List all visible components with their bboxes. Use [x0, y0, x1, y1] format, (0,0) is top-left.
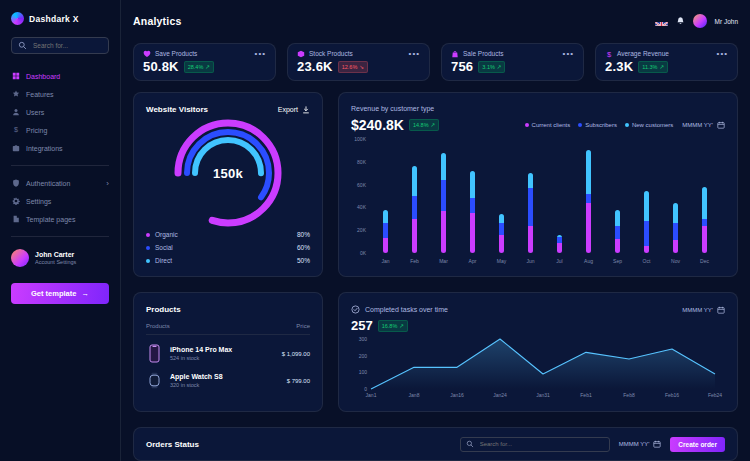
card-title: Revenue by customer type	[351, 105, 725, 112]
dollar-icon: $	[605, 50, 613, 58]
calendar-icon	[717, 121, 725, 129]
svg-text:Jan31: Jan31	[536, 392, 550, 398]
sidebar-item-label: Pricing	[26, 127, 47, 134]
create-order-button[interactable]: Create order	[670, 437, 725, 452]
user-avatar[interactable]	[693, 14, 707, 28]
shield-icon	[11, 179, 20, 187]
search-input[interactable]	[31, 41, 102, 50]
get-template-button[interactable]: Get template →	[11, 283, 109, 304]
get-template-label: Get template	[31, 289, 76, 298]
download-icon	[302, 106, 310, 114]
card-title: Website Visitors	[146, 105, 208, 114]
export-button[interactable]: Export	[278, 106, 310, 114]
table-row[interactable]: Apple Watch S8 320 in stock $ 799.00	[146, 363, 310, 389]
bell-icon[interactable]	[676, 16, 685, 26]
svg-text:200: 200	[359, 353, 368, 359]
products-card: Products Products Price iPhone 14 Pro Ma…	[133, 292, 323, 412]
dashboard-icon	[11, 72, 20, 80]
trend-badge: 3.1%↗	[478, 61, 505, 73]
sidebar-item-users[interactable]: Users	[11, 103, 109, 121]
product-price: $ 1,099.00	[282, 351, 310, 357]
sidebar-item-settings[interactable]: Settings	[11, 192, 109, 210]
website-visitors-card: Website Visitors Export 150k Organic 80%	[133, 92, 323, 277]
stat-card-stock-products: Stock Products ••• 23.6K 12.6%↘	[287, 43, 430, 81]
date-filter[interactable]: MMMM YY'	[619, 440, 662, 448]
product-stock: 320 in stock	[170, 382, 223, 388]
sidebar-divider	[11, 165, 109, 166]
main-content: Analytics Mr John Save Products •••	[121, 0, 750, 461]
sidebar-item-dashboard[interactable]: Dashboard	[11, 67, 109, 85]
avatar	[11, 249, 29, 267]
gear-icon	[11, 197, 20, 205]
page-title: Analytics	[133, 15, 182, 27]
orders-search[interactable]	[460, 437, 610, 452]
svg-text:Feb16: Feb16	[665, 392, 679, 398]
briefcase-icon	[11, 144, 20, 152]
sidebar-item-label: Features	[26, 91, 54, 98]
legend-dot	[625, 123, 629, 127]
sidebar-search[interactable]	[11, 37, 109, 54]
stat-value: 50.8K	[143, 59, 179, 74]
svg-text:Jan8: Jan8	[409, 392, 420, 398]
orders-search-input[interactable]	[478, 440, 604, 448]
date-filter[interactable]: MMMM YY'	[682, 306, 725, 314]
sidebar-item-template-pages[interactable]: Template pages	[11, 210, 109, 228]
stat-value: 756	[451, 59, 473, 74]
sidebar-item-integrations[interactable]: Integrations	[11, 139, 109, 157]
trend-badge: 14.8%↗	[409, 119, 439, 131]
arrow-right-icon: →	[81, 289, 89, 298]
stat-value: 2.3K	[605, 59, 633, 74]
sidebar-item-label: Integrations	[26, 145, 63, 152]
orders-status-bar: Orders Status MMMM YY' Create order	[133, 427, 738, 461]
product-stock: 524 in stock	[170, 355, 232, 361]
date-filter[interactable]: MMMM YY'	[682, 121, 725, 129]
legend-dot	[146, 259, 150, 263]
svg-text:Jan24: Jan24	[493, 392, 507, 398]
svg-text:$: $	[607, 50, 612, 58]
trend-up-icon: ↗	[497, 64, 502, 70]
trend-up-icon: ↗	[431, 122, 436, 128]
more-menu-icon[interactable]: •••	[255, 52, 266, 56]
more-menu-icon[interactable]: •••	[563, 52, 574, 56]
box-icon	[297, 50, 305, 58]
svg-text:Jan16: Jan16	[450, 392, 464, 398]
legend-dot	[146, 233, 150, 237]
trend-badge: 16.8%↗	[378, 320, 408, 332]
profile-block[interactable]: John Carter Account Settings	[11, 249, 109, 267]
more-menu-icon[interactable]: •••	[409, 52, 420, 56]
language-flag-icon[interactable]	[655, 17, 668, 26]
topbar: Analytics Mr John	[133, 0, 738, 43]
sidebar-item-features[interactable]: Features	[11, 85, 109, 103]
sidebar-item-authentication[interactable]: Authentication ›	[11, 174, 109, 192]
user-name: Mr John	[715, 18, 738, 25]
stat-card-sale-products: Sale Products ••• 756 3.1%↗	[441, 43, 584, 81]
legend-item-current-clients: Current clients	[525, 122, 571, 128]
legend-dot	[578, 123, 582, 127]
svg-text:$: $	[14, 126, 18, 134]
sidebar-item-label: Users	[26, 109, 44, 116]
table-row[interactable]: iPhone 14 Pro Max 524 in stock $ 1,099.0…	[146, 335, 310, 363]
app-name: Dashdark X	[29, 14, 79, 24]
more-menu-icon[interactable]: •••	[717, 52, 728, 56]
stats-row: Save Products ••• 50.8K 28.4%↗ Stock Pro…	[133, 43, 738, 81]
sidebar-item-pricing[interactable]: $ Pricing	[11, 121, 109, 139]
trend-down-icon: ↘	[359, 64, 364, 70]
sidebar-item-label: Dashboard	[26, 73, 60, 80]
visitors-legend: Organic 80% Social 60% Direct 50%	[146, 231, 310, 264]
users-icon	[11, 108, 20, 116]
watch-icon	[146, 372, 162, 389]
app-window: Dashdark X Dashboard Features Users $	[0, 0, 750, 461]
donut-center-value: 150k	[170, 115, 286, 231]
stat-label: Sale Products	[463, 50, 503, 57]
sidebar-item-label: Template pages	[26, 216, 75, 223]
stat-label: Stock Products	[309, 50, 353, 57]
calendar-icon	[653, 440, 661, 448]
legend-item-subscribers: Subscribers	[578, 122, 617, 128]
trend-up-icon: ↗	[659, 64, 664, 70]
calendar-icon	[717, 306, 725, 314]
profile-role: Account Settings	[35, 259, 76, 265]
column-header: Products	[146, 323, 170, 329]
trend-badge: 11.3%↗	[638, 61, 668, 73]
sidebar-divider	[11, 236, 109, 237]
legend-dot	[525, 123, 529, 127]
